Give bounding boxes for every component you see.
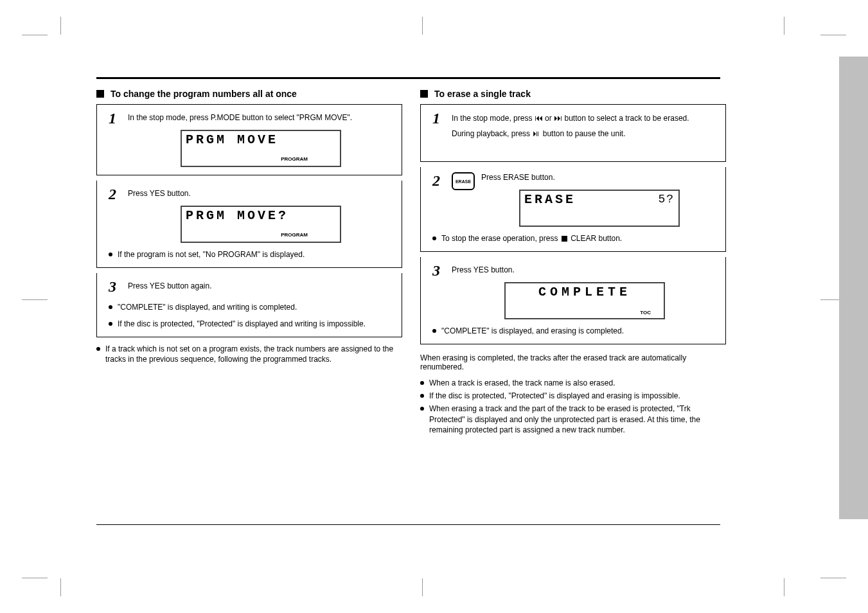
bullet-icon xyxy=(109,305,112,309)
step-number: 2 xyxy=(109,186,128,203)
right-heading-text: To erase a single track xyxy=(434,89,531,99)
step-instruction: Press YES button. xyxy=(128,188,394,199)
footnote-text: If the disc is protected, "Protected" is… xyxy=(429,391,680,401)
left-column: To change the program numbers all at onc… xyxy=(96,89,402,438)
right-step-3: 3 Press YES button. COMPLETE TOC "COMPL xyxy=(420,257,726,344)
step-sub-instruction: During playback, press ⏯ button to pause… xyxy=(452,128,718,139)
step-instruction: Press ERASE button. xyxy=(481,172,718,183)
lcd-text: PRGM MOVE xyxy=(186,132,336,147)
bottom-rule xyxy=(96,524,720,525)
bullet-icon xyxy=(432,329,436,333)
lcd-sub-label: TOC xyxy=(640,310,651,315)
note-text: To stop the erase operation, press CLEAR… xyxy=(441,233,622,244)
side-tab xyxy=(839,57,868,519)
note-text: "COMPLETE" is displayed, and erasing is … xyxy=(441,326,624,336)
step-instruction: In the stop mode, press ⏮ or ⏭ button to… xyxy=(452,112,718,124)
step-number: 1 xyxy=(432,110,452,127)
lcd-display: COMPLETE TOC xyxy=(504,282,665,319)
step-number: 3 xyxy=(432,262,452,280)
right-step-2: 2 ERASE Press ERASE button. ERASE 5? xyxy=(420,167,726,252)
square-bullet-icon xyxy=(96,90,104,98)
lcd-track-number: 5? xyxy=(658,193,675,206)
right-footnotes: When a track is erased, the track name i… xyxy=(420,378,726,435)
note-text: "COMPLETE" is displayed, and writing is … xyxy=(118,302,297,312)
lcd-text: PRGM MOVE? xyxy=(186,208,336,223)
next-track-icon: ⏭ xyxy=(554,113,562,123)
lcd-display: PRGM MOVE PROGRAM xyxy=(181,130,341,167)
content-columns: To change the program numbers all at onc… xyxy=(96,89,726,438)
right-steps-box: 1 In the stop mode, press ⏮ or ⏭ button … xyxy=(420,104,726,344)
after-step-text: When erasing is completed, the tracks af… xyxy=(420,353,726,371)
stop-icon xyxy=(562,236,567,242)
step-number: 3 xyxy=(109,278,128,296)
play-pause-icon: ⏯ xyxy=(532,129,540,138)
step-instruction: In the stop mode, press P.MODE button to… xyxy=(128,112,394,123)
footnote-text: If a track which is not set on a program… xyxy=(105,344,402,364)
bullet-icon xyxy=(96,347,100,351)
footnote-text: When a track is erased, the track name i… xyxy=(429,378,615,388)
bullet-icon xyxy=(432,236,436,240)
note-text: If the program is not set, "No PROGRAM" … xyxy=(118,249,305,260)
note-text: If the disc is protected, "Protected" is… xyxy=(118,319,366,329)
bullet-icon xyxy=(420,381,424,385)
left-steps-box: 1 In the stop mode, press P.MODE button … xyxy=(96,104,402,337)
step-note: "COMPLETE" is displayed, and writing is … xyxy=(109,302,394,312)
lcd-sub-label: PROGRAM xyxy=(281,156,308,162)
erase-button-graphic: ERASE xyxy=(452,172,475,190)
right-column: To erase a single track 1 In the stop mo… xyxy=(420,89,726,438)
step-note: If the disc is protected, "Protected" is… xyxy=(109,319,394,329)
left-heading-text: To change the program numbers all at onc… xyxy=(111,89,297,99)
step-instruction: Press YES button again. xyxy=(128,281,394,292)
bullet-icon xyxy=(109,253,112,256)
step-note: "COMPLETE" is displayed, and erasing is … xyxy=(432,326,718,336)
lcd-sub-label: PROGRAM xyxy=(281,232,308,238)
right-step-1: 1 In the stop mode, press ⏮ or ⏭ button … xyxy=(420,104,726,162)
left-step-2: 2 Press YES button. PRGM MOVE? PROGRAM xyxy=(96,181,402,268)
lcd-text: ERASE xyxy=(524,192,675,207)
right-after-steps: When erasing is completed, the tracks af… xyxy=(420,353,726,371)
top-rule xyxy=(96,77,720,79)
lcd-display: ERASE 5? xyxy=(519,190,680,227)
right-heading: To erase a single track xyxy=(420,89,726,99)
footnote-text: When erasing a track and the part of the… xyxy=(429,404,726,435)
bullet-icon xyxy=(420,394,424,398)
lcd-display: PRGM MOVE? PROGRAM xyxy=(181,206,341,243)
lcd-text: COMPLETE xyxy=(509,285,660,299)
step-note: If the program is not set, "No PROGRAM" … xyxy=(109,249,394,260)
left-step-3: 3 Press YES button again. "COMPLETE" is … xyxy=(96,273,402,337)
step-instruction: Press YES button. xyxy=(452,265,718,276)
prev-track-icon: ⏮ xyxy=(535,113,543,123)
step-note: To stop the erase operation, press CLEAR… xyxy=(432,233,718,244)
left-heading: To change the program numbers all at onc… xyxy=(96,89,402,99)
bullet-icon xyxy=(109,322,112,326)
bullet-icon xyxy=(420,407,424,411)
step-number: 2 xyxy=(432,172,452,190)
step-number: 1 xyxy=(109,110,128,127)
left-footnotes: If a track which is not set on a program… xyxy=(96,344,402,364)
left-step-1: 1 In the stop mode, press P.MODE button … xyxy=(96,104,402,175)
square-bullet-icon xyxy=(420,90,428,98)
